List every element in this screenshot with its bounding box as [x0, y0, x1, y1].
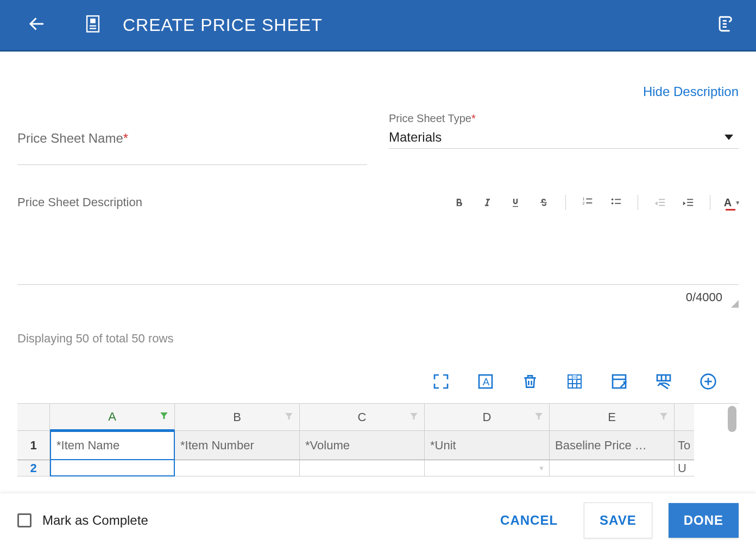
configure-columns-icon[interactable]	[610, 373, 628, 392]
cell-b2[interactable]	[175, 460, 300, 476]
description-textarea[interactable]	[17, 214, 739, 285]
bold-icon[interactable]	[452, 196, 465, 209]
filter-icon[interactable]	[409, 410, 419, 424]
cell-d1[interactable]: *Unit	[425, 431, 550, 460]
column-header-e[interactable]: E	[550, 404, 675, 431]
unordered-list-icon[interactable]	[609, 196, 622, 209]
column-header-c[interactable]: C	[300, 404, 425, 431]
grid-toolbar: A	[17, 346, 739, 403]
required-marker: *	[123, 131, 128, 145]
cell-partial-1[interactable]: To	[675, 431, 694, 460]
cell-e1[interactable]: Baseline Price …	[550, 431, 675, 460]
svg-rect-15	[615, 203, 621, 204]
svg-rect-22	[687, 202, 693, 203]
svg-rect-33	[572, 375, 577, 379]
char-count-text: 0/4000	[686, 290, 722, 304]
scroll-document-icon[interactable]	[716, 15, 734, 35]
mark-complete-checkbox[interactable]	[17, 513, 32, 527]
indent-icon[interactable]	[682, 196, 695, 209]
scrollbar-thumb[interactable]	[728, 406, 736, 432]
svg-marker-43	[285, 413, 293, 419]
svg-marker-45	[535, 413, 543, 419]
filter-icon[interactable]	[534, 410, 544, 424]
hide-description-link[interactable]: Hide Description	[643, 84, 739, 99]
hide-columns-icon[interactable]	[655, 373, 672, 392]
form-row: Price Sheet Name* Price Sheet Type* Mate…	[17, 116, 739, 165]
svg-marker-46	[660, 413, 667, 419]
table-icon[interactable]	[566, 373, 583, 392]
text-color-icon[interactable]: A ▼	[726, 196, 739, 209]
column-header-d[interactable]: D	[425, 404, 550, 431]
toolbar-divider	[565, 195, 566, 210]
column-header-b[interactable]: B	[175, 404, 300, 431]
cancel-button[interactable]: CANCEL	[485, 503, 573, 538]
save-button[interactable]: SAVE	[584, 503, 652, 538]
spreadsheet: A B C D E 1 *Item Name *	[17, 403, 739, 476]
description-label: Price Sheet Description	[17, 195, 142, 209]
type-value: Materials	[389, 130, 442, 145]
strikethrough-icon[interactable]	[537, 196, 550, 209]
svg-rect-21	[687, 199, 693, 200]
rows-info: Displaying 50 of total 50 rows	[17, 332, 739, 346]
name-label-text: Price Sheet Name	[17, 131, 123, 145]
svg-marker-20	[683, 201, 686, 205]
ordered-list-icon[interactable]: 12	[581, 196, 594, 209]
svg-text:1: 1	[583, 197, 585, 201]
type-label: Price Sheet Type*	[389, 112, 476, 125]
description-section: Price Sheet Description 12 A ▼	[17, 195, 739, 304]
content-area: Hide Description Price Sheet Name* Price…	[0, 52, 756, 476]
rich-text-toolbar: 12 A ▼	[452, 195, 739, 210]
underline-icon[interactable]	[509, 196, 522, 209]
cell-b1[interactable]: *Item Number	[175, 431, 300, 460]
mark-complete-label: Mark as Complete	[42, 513, 148, 528]
svg-text:2: 2	[583, 201, 585, 205]
required-marker: *	[471, 112, 476, 124]
row-number[interactable]: 2	[17, 460, 50, 476]
price-sheet-doc-icon	[85, 15, 101, 35]
row-number[interactable]: 1	[17, 431, 50, 460]
cell-c2[interactable]	[300, 460, 425, 476]
column-header-partial[interactable]	[675, 404, 694, 431]
svg-rect-11	[586, 202, 592, 203]
svg-rect-18	[659, 202, 665, 203]
expand-icon[interactable]	[432, 373, 450, 392]
table-row: 1 *Item Name *Item Number *Volume *Unit …	[17, 431, 739, 460]
col-c-label: C	[358, 410, 367, 424]
filter-icon[interactable]	[159, 410, 169, 424]
svg-rect-19	[659, 205, 665, 206]
cell-a1[interactable]: *Item Name	[50, 431, 175, 460]
description-header: Price Sheet Description 12 A ▼	[17, 195, 739, 210]
corner-cell[interactable]	[17, 404, 50, 431]
col-b-label: B	[233, 410, 241, 424]
svg-rect-1	[87, 16, 99, 31]
resize-handle-icon[interactable]	[731, 300, 739, 308]
page-title: CREATE PRICE SHEET	[123, 15, 323, 35]
text-format-icon[interactable]: A	[477, 373, 494, 392]
italic-icon[interactable]	[481, 196, 494, 209]
toolbar-divider	[638, 195, 638, 210]
cell-a2[interactable]	[50, 460, 175, 476]
filter-icon[interactable]	[659, 410, 669, 424]
svg-point-12	[612, 199, 614, 201]
col-e-label: E	[608, 410, 616, 424]
done-button[interactable]: DONE	[669, 503, 739, 538]
price-sheet-name-input[interactable]	[17, 144, 367, 165]
delete-icon[interactable]	[521, 373, 539, 392]
cell-d2[interactable]: ▼	[425, 460, 550, 476]
svg-point-13	[612, 202, 614, 205]
cell-partial-2[interactable]: U	[675, 460, 694, 476]
svg-rect-14	[615, 199, 621, 200]
back-arrow-icon[interactable]	[27, 14, 47, 36]
filter-icon[interactable]	[284, 410, 294, 424]
column-header-row: A B C D E	[17, 404, 739, 431]
cell-e2[interactable]	[550, 460, 675, 476]
svg-text:A: A	[483, 376, 490, 387]
cell-c1[interactable]: *Volume	[300, 431, 425, 460]
svg-rect-17	[659, 199, 665, 200]
column-header-a[interactable]: A	[50, 404, 175, 431]
add-icon[interactable]	[700, 373, 717, 392]
app-header: CREATE PRICE SHEET	[0, 0, 756, 52]
svg-rect-10	[586, 199, 592, 200]
price-sheet-type-select[interactable]: Materials	[389, 128, 739, 149]
outdent-icon[interactable]	[653, 196, 666, 209]
